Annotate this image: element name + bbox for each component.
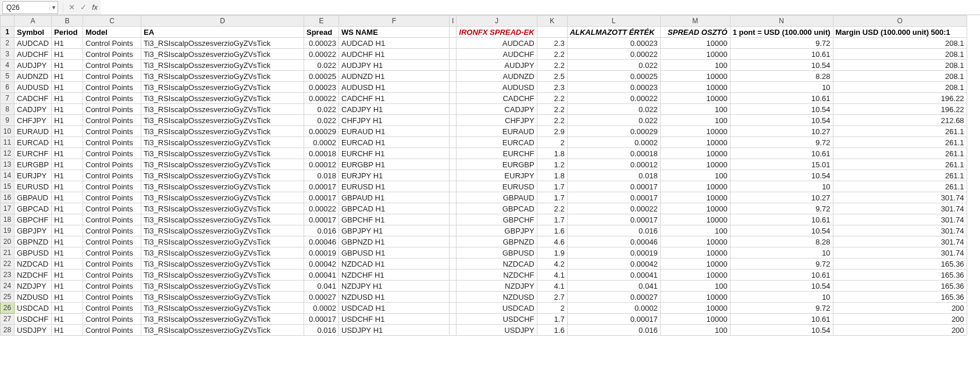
cell[interactable]: USDJPY xyxy=(15,325,52,336)
cell[interactable]: 10.61 xyxy=(730,314,833,325)
cell[interactable]: H1 xyxy=(52,270,83,281)
cell[interactable]: 0.00023 xyxy=(304,82,339,93)
cell[interactable]: Ti3_RSIscalpOsszesverzioGyZVsTick xyxy=(141,292,304,303)
row-header[interactable]: 25 xyxy=(1,292,15,303)
cell[interactable]: 0.00023 xyxy=(567,82,660,93)
cell[interactable]: 10 xyxy=(730,82,833,93)
cell[interactable]: Control Points xyxy=(83,270,141,281)
cell[interactable]: Ti3_RSIscalpOsszesverzioGyZVsTick xyxy=(141,314,304,325)
row-header[interactable]: 5 xyxy=(1,71,15,82)
cell[interactable]: Ti3_RSIscalpOsszesverzioGyZVsTick xyxy=(141,303,304,314)
cell[interactable]: GBPCHF xyxy=(15,214,52,225)
cell[interactable]: 301.74 xyxy=(833,192,967,203)
cell[interactable]: 0.00041 xyxy=(304,270,339,281)
cell[interactable]: H1 xyxy=(52,137,83,148)
cell[interactable]: EURCAD H1 xyxy=(339,137,450,148)
cell[interactable]: 2.9 xyxy=(537,126,567,137)
cell[interactable]: 10 xyxy=(730,181,833,192)
cell[interactable]: GBPAUD H1 xyxy=(339,192,450,203)
column-header[interactable]: D xyxy=(141,16,304,27)
cell[interactable]: 10000 xyxy=(660,314,730,325)
cell[interactable] xyxy=(450,49,457,60)
cell[interactable]: 10000 xyxy=(660,203,730,214)
cell[interactable]: AUDNZD xyxy=(457,71,537,82)
cell[interactable]: 1.6 xyxy=(537,225,567,236)
cell[interactable]: 9.72 xyxy=(730,38,833,49)
cell[interactable]: 1.8 xyxy=(537,170,567,181)
cell[interactable]: 208.1 xyxy=(833,38,967,49)
cell[interactable]: USDCHF xyxy=(15,314,52,325)
cell[interactable] xyxy=(450,281,457,292)
cell[interactable]: 165.36 xyxy=(833,270,967,281)
cell[interactable]: Control Points xyxy=(83,38,141,49)
cell[interactable]: H1 xyxy=(52,49,83,60)
header-cell[interactable]: IRONFX SPREAD-EK xyxy=(457,27,537,38)
header-cell[interactable]: Period xyxy=(52,27,83,38)
cell[interactable]: 212.68 xyxy=(833,115,967,126)
cell[interactable]: 0.041 xyxy=(304,281,339,292)
cell[interactable]: EURAUD H1 xyxy=(339,126,450,137)
cell[interactable]: Control Points xyxy=(83,49,141,60)
cell[interactable]: GBPAUD xyxy=(457,192,537,203)
cell[interactable]: 261.1 xyxy=(833,137,967,148)
cell[interactable]: 1.9 xyxy=(537,247,567,258)
cell[interactable]: 301.74 xyxy=(833,214,967,225)
cell[interactable]: 9.72 xyxy=(730,303,833,314)
cell[interactable]: Control Points xyxy=(83,303,141,314)
cell[interactable]: 10.27 xyxy=(730,192,833,203)
cell[interactable]: H1 xyxy=(52,159,83,170)
cell[interactable]: 0.00022 xyxy=(567,49,660,60)
cell[interactable]: 1.7 xyxy=(537,314,567,325)
cell[interactable]: 0.00019 xyxy=(304,247,339,258)
row-header[interactable]: 3 xyxy=(1,49,15,60)
row-header[interactable]: 9 xyxy=(1,115,15,126)
cell[interactable]: 0.016 xyxy=(304,225,339,236)
cell[interactable]: H1 xyxy=(52,292,83,303)
cell[interactable]: NZDCAD H1 xyxy=(339,258,450,270)
cell[interactable]: EURGBP xyxy=(15,159,52,170)
cell[interactable]: NZDCHF H1 xyxy=(339,270,450,281)
cell[interactable]: 10 xyxy=(730,247,833,258)
cell[interactable]: 10.61 xyxy=(730,93,833,104)
cell[interactable]: GBPNZD xyxy=(457,236,537,247)
cell[interactable]: 301.74 xyxy=(833,203,967,214)
cell[interactable]: AUDJPY H1 xyxy=(339,60,450,71)
cell[interactable]: CADCHF H1 xyxy=(339,93,450,104)
cell[interactable]: AUDCAD H1 xyxy=(339,38,450,49)
row-header[interactable]: 10 xyxy=(1,126,15,137)
cell[interactable]: Ti3_RSIscalpOsszesverzioGyZVsTick xyxy=(141,115,304,126)
cell[interactable]: Control Points xyxy=(83,192,141,203)
cell[interactable]: EURJPY H1 xyxy=(339,170,450,181)
cell[interactable]: 0.022 xyxy=(304,115,339,126)
cell[interactable]: NZDJPY xyxy=(457,281,537,292)
cell[interactable]: 0.00042 xyxy=(567,258,660,270)
cell[interactable]: AUDCHF xyxy=(457,49,537,60)
row-header[interactable]: 13 xyxy=(1,159,15,170)
cell[interactable]: H1 xyxy=(52,314,83,325)
cell[interactable]: 10.54 xyxy=(730,281,833,292)
cell[interactable]: 100 xyxy=(660,281,730,292)
cell[interactable] xyxy=(450,159,457,170)
column-header[interactable]: E xyxy=(304,16,339,27)
cell[interactable]: 0.0002 xyxy=(567,137,660,148)
cell[interactable]: 301.74 xyxy=(833,247,967,258)
cell[interactable]: NZDCAD xyxy=(457,258,537,270)
cell[interactable]: 0.00029 xyxy=(567,126,660,137)
cell[interactable]: Control Points xyxy=(83,236,141,247)
cell[interactable]: EURUSD H1 xyxy=(339,181,450,192)
cell[interactable] xyxy=(450,93,457,104)
column-header[interactable]: I xyxy=(450,16,457,27)
cell[interactable]: 10.54 xyxy=(730,104,833,115)
cell[interactable]: Ti3_RSIscalpOsszesverzioGyZVsTick xyxy=(141,82,304,93)
cell[interactable]: Ti3_RSIscalpOsszesverzioGyZVsTick xyxy=(141,170,304,181)
cell[interactable]: 0.022 xyxy=(304,104,339,115)
header-cell[interactable] xyxy=(450,27,457,38)
row-header[interactable]: 20 xyxy=(1,236,15,247)
column-header[interactable]: C xyxy=(83,16,141,27)
cell[interactable]: 0.00017 xyxy=(304,314,339,325)
cell[interactable]: Control Points xyxy=(83,71,141,82)
cell[interactable] xyxy=(450,148,457,159)
cell[interactable]: H1 xyxy=(52,104,83,115)
cell[interactable]: 9.72 xyxy=(730,137,833,148)
cell[interactable]: 10000 xyxy=(660,82,730,93)
